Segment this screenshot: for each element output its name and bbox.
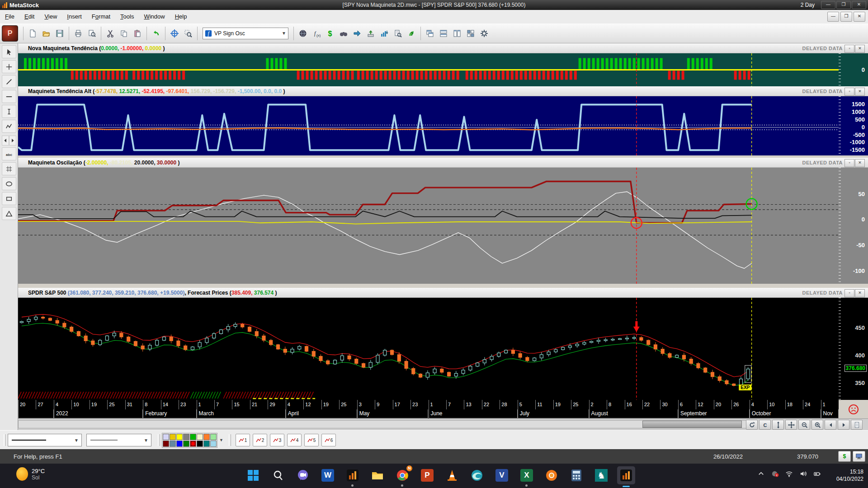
workspace-gear-button[interactable] [477, 27, 491, 40]
crosshair-tool-button[interactable] [2, 60, 16, 73]
color-swatch[interactable] [210, 441, 217, 447]
color-swatch[interactable] [197, 441, 203, 447]
volume-icon[interactable] [799, 470, 807, 478]
triangle-tool-button[interactable] [2, 207, 16, 220]
line-style-select[interactable]: ▼ [8, 434, 82, 446]
color-swatch[interactable] [170, 441, 176, 447]
download-chart-button[interactable] [377, 27, 391, 40]
taskbar-app-visio-icon[interactable]: V [493, 466, 511, 484]
taskbar-app-chess-icon[interactable]: ♞ [592, 466, 610, 484]
panel-chart-nova-maquineta-tendencia[interactable] [18, 53, 839, 86]
color-swatch[interactable] [197, 434, 203, 440]
refresh-button[interactable] [746, 420, 758, 430]
horizontal-scrollbar[interactable] [18, 420, 755, 428]
chevron-up-icon[interactable] [757, 470, 765, 478]
cut-button[interactable] [104, 27, 117, 40]
panel-close-icon[interactable]: ✕ [855, 159, 865, 167]
copy-button[interactable] [117, 27, 131, 40]
open-button[interactable] [39, 27, 53, 40]
rectangle-tool-button[interactable] [2, 192, 16, 205]
print-button[interactable] [71, 27, 85, 40]
c-button[interactable]: C [759, 420, 771, 430]
undo-button[interactable] [149, 27, 163, 40]
power-console-button[interactable]: P [2, 25, 18, 42]
taskbar-app-edge-icon[interactable] [468, 466, 486, 484]
taskbar-app-calculator-icon[interactable] [567, 466, 585, 484]
pointer-tool-button[interactable] [2, 45, 16, 58]
layout-preset-button-6[interactable]: 6 [321, 434, 336, 446]
panel-restore-icon[interactable]: ▫ [844, 45, 854, 53]
tile-grid-button[interactable] [464, 27, 477, 40]
pan-button[interactable] [785, 420, 797, 430]
color-swatch[interactable] [163, 434, 169, 440]
layout-preset-button-5[interactable]: 5 [304, 434, 319, 446]
taskbar-app-excel-icon[interactable]: X [518, 466, 536, 484]
scroll-left-icon[interactable] [2, 136, 9, 145]
wifi-icon[interactable] [785, 470, 793, 478]
grid-tool-button[interactable] [2, 162, 16, 175]
restore-icon[interactable]: ❐ [836, 1, 851, 9]
panel-restore-icon[interactable]: ▫ [844, 159, 854, 167]
cascade-button[interactable] [423, 27, 437, 40]
color-swatch[interactable] [190, 441, 196, 447]
panel-close-icon[interactable]: ✕ [855, 88, 865, 96]
taskbar-app-metastock-icon[interactable] [617, 466, 635, 484]
battery-icon[interactable] [813, 470, 821, 478]
color-swatch[interactable] [170, 434, 176, 440]
chevron-down-icon[interactable]: ▼ [144, 438, 148, 443]
menu-item-view[interactable]: View [39, 10, 62, 23]
upload-button[interactable] [364, 27, 377, 40]
globe-button[interactable] [296, 27, 310, 40]
layout-preset-button-1[interactable]: 1 [236, 434, 250, 446]
panel-close-icon[interactable]: ✕ [855, 45, 865, 53]
taskbar-app-start-icon[interactable] [244, 466, 262, 484]
scrollbar-thumb[interactable] [642, 421, 742, 428]
doc-zoom-button[interactable] [391, 27, 405, 40]
weather-widget[interactable]: 29°C Sol [16, 467, 45, 481]
trendline-tool-button[interactable] [2, 75, 16, 88]
vertical-fit-button[interactable] [772, 420, 784, 430]
taskbar-app-chrome-icon[interactable]: N [393, 466, 411, 484]
chevron-down-icon[interactable]: ▼ [279, 31, 286, 36]
chevron-down-icon[interactable]: ▼ [74, 438, 79, 443]
dollar-button[interactable]: $ [323, 27, 337, 40]
taskbar-app-chat-icon[interactable] [294, 466, 312, 484]
color-swatch[interactable] [183, 441, 189, 447]
taskbar-app-folder-icon[interactable] [368, 466, 387, 484]
color-swatch[interactable] [203, 441, 210, 447]
panel-chart-maquineta-tendencia-alt[interactable] [18, 96, 839, 155]
menu-item-help[interactable]: Help [170, 10, 192, 23]
dollar-status-button[interactable]: $ [838, 451, 851, 462]
save-button[interactable] [53, 27, 66, 40]
ellipse-tool-button[interactable] [2, 177, 16, 190]
line-weight-select[interactable]: ▼ [86, 434, 151, 446]
monitor-button[interactable] [853, 451, 865, 462]
panel-chart-spdr-sp500[interactable]: EXP [18, 298, 839, 400]
taskbar-app-metastock-doc-icon[interactable] [344, 466, 362, 484]
function-button[interactable]: f(x) [310, 27, 323, 40]
binoculars-button[interactable] [337, 27, 350, 40]
scroll-right-icon[interactable] [9, 136, 16, 145]
taskbar-app-browser-icon[interactable] [542, 466, 561, 484]
color-swatch[interactable] [190, 434, 196, 440]
zoom-select-button[interactable] [181, 27, 195, 40]
taskbar-app-word-icon[interactable]: W [319, 466, 337, 484]
new-document-button[interactable] [26, 27, 39, 40]
zoom-out-button[interactable] [798, 420, 810, 430]
taskbar-app-vlc-icon[interactable] [443, 466, 461, 484]
target-button[interactable] [168, 27, 181, 40]
step-right-button[interactable] [838, 420, 849, 430]
tile-horizontal-button[interactable] [437, 27, 450, 40]
print-preview-button[interactable] [85, 27, 99, 40]
panel-close-icon[interactable]: ✕ [855, 289, 865, 297]
notification-alert-icon[interactable]: x [771, 470, 779, 478]
layout-preset-button-4[interactable]: 4 [287, 434, 302, 446]
color-swatch[interactable] [176, 441, 183, 447]
horizontal-line-tool-button[interactable] [2, 90, 16, 103]
color-swatch[interactable] [176, 434, 183, 440]
zigzag-tool-button[interactable] [2, 120, 16, 133]
close-icon[interactable]: ✕ [852, 1, 866, 9]
menu-item-file[interactable]: File [0, 10, 19, 23]
tile-vertical-button[interactable] [450, 27, 464, 40]
minimize-icon[interactable]: — [821, 1, 835, 9]
